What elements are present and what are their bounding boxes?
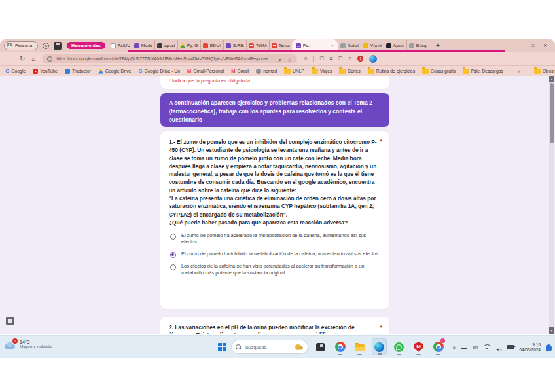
file-explorer-app[interactable] [352, 338, 367, 355]
bookmark-youtube[interactable]: YouTube [33, 69, 58, 74]
address-bar[interactable]: https://docs.google.com/forms/d/e/1FAIpQ… [42, 54, 297, 63]
tab-sreaki[interactable]: S.REAKI [223, 40, 246, 51]
bookmark-nomad[interactable]: nomad [256, 69, 277, 74]
drive-favicon [180, 43, 185, 48]
chrome-profile-app[interactable] [431, 338, 446, 355]
tray-overflow-chevron[interactable] [452, 345, 456, 349]
extension-icon[interactable] [304, 56, 307, 62]
start-button-icon[interactable] [218, 343, 226, 351]
bookmark-folder-unlp[interactable]: UNLP [284, 68, 304, 74]
notification-badge[interactable] [357, 56, 363, 62]
bookmark-gmail[interactable]: Gmail [231, 69, 249, 74]
share-icon[interactable] [278, 53, 282, 65]
bookmark-google[interactable]: Google [5, 69, 26, 74]
black-app-favicon [386, 43, 391, 48]
bookmark-gmail-personal[interactable]: Gmail-Personal [187, 69, 224, 74]
split-screen-icon[interactable] [320, 56, 323, 62]
radio-unchecked-icon[interactable] [170, 234, 176, 240]
folder-icon [312, 69, 318, 74]
weather-condition: Mayorm. nublado [20, 344, 52, 349]
notebook-icon[interactable] [54, 42, 62, 50]
tab-tema3[interactable]: Tema 3 [269, 40, 292, 51]
bookmarks-overflow-chevron[interactable] [518, 68, 520, 75]
pdf-favicon [272, 43, 277, 48]
bookmarks-bar: Google YouTube Traductor Google Drive Go… [0, 65, 555, 76]
tab-drive[interactable]: Py. G [177, 40, 200, 51]
section-banner-text: A continuación aparecen ejercicios y pro… [169, 99, 381, 124]
tab-apuntes[interactable]: Apuntes [384, 40, 406, 51]
radio-option-3[interactable]: Los efectos de la cafeína se han visto p… [169, 263, 381, 276]
floating-widget[interactable] [6, 317, 14, 325]
taskbar-center: Búsqueda [218, 338, 446, 355]
weather-widget[interactable]: 1 14°C Mayorm. nublado [5, 339, 52, 349]
bookmark-folder-rutina[interactable]: Rutina de ejercicios [368, 68, 415, 74]
gmail-icon [231, 69, 235, 74]
tab-psiuuc[interactable]: PsiUUC [109, 40, 132, 51]
bookmark-folder-cosas[interactable]: Cosas gratis [422, 68, 456, 74]
bookmark-folder-descargas[interactable]: Psic. Descargas [463, 68, 503, 74]
new-tab-button[interactable] [433, 42, 442, 49]
youtube-icon [33, 69, 38, 74]
file-explorer-icon [355, 344, 365, 351]
swirl-icon[interactable] [43, 43, 49, 49]
browser-profile-chip[interactable]: Persona [4, 41, 38, 50]
tab-viadoc[interactable]: Vía doc [361, 40, 384, 51]
collections-icon[interactable] [329, 56, 332, 62]
tab-busqc[interactable]: Búsq. C [406, 40, 429, 51]
search-icon [236, 344, 242, 350]
camera-icon[interactable] [507, 345, 514, 349]
cloud-icon: 1 [5, 341, 16, 349]
radio-unchecked-icon[interactable] [170, 264, 176, 270]
tab-noticias[interactable]: Noticias [338, 40, 361, 51]
extension-icon[interactable] [348, 56, 351, 62]
task-view-button[interactable] [313, 338, 328, 355]
home-icon[interactable] [31, 56, 35, 62]
notification-bell-icon[interactable] [546, 344, 552, 351]
edge-app[interactable] [372, 338, 387, 355]
tab-group-label[interactable]: Herramientas [67, 42, 105, 49]
radio-option-1[interactable]: El zumo de pomelo ha acelerado la metabo… [169, 232, 381, 245]
extension-icon[interactable] [339, 56, 342, 62]
taskbar-search[interactable]: Búsqueda [231, 340, 308, 354]
option-label: Los efectos de la cafeína se han visto p… [181, 263, 381, 276]
radio-option-2[interactable]: El zumo de pomelo ha inhibido la metabol… [169, 251, 381, 258]
bookmark-other-favorites[interactable]: Otros favoritos [534, 68, 555, 74]
minimize-button[interactable] [517, 43, 522, 48]
option-label: El zumo de pomelo ha acelerado la metabo… [181, 232, 381, 245]
search-highlight-icon [295, 344, 301, 350]
bookmark-drive-un[interactable]: Google Drive - Un [138, 69, 180, 74]
close-button[interactable] [543, 43, 547, 49]
bookmark-folder-series[interactable]: Series [339, 68, 360, 74]
back-icon[interactable] [7, 56, 13, 62]
sliders-icon[interactable] [461, 345, 467, 350]
tab-educa[interactable]: EDUCA [200, 40, 223, 51]
tab-modelo[interactable]: Modelo [132, 40, 154, 51]
tab-tema2[interactable]: TeMA 2 [246, 40, 269, 51]
bookmark-star-icon[interactable] [287, 53, 292, 65]
vertical-scrollbar[interactable] [549, 76, 554, 334]
url-text: https://docs.google.com/forms/d/e/1FAIpQ… [56, 56, 273, 61]
clock[interactable]: 9:16 04/03/2024 [519, 342, 541, 353]
scroll-up-arrow[interactable] [549, 76, 554, 82]
scrollbar-thumb[interactable] [550, 83, 554, 143]
scroll-down-arrow[interactable] [549, 327, 554, 334]
mcafee-app[interactable] [411, 338, 426, 355]
site-info-icon[interactable] [47, 56, 52, 62]
maximize-button[interactable] [531, 43, 534, 48]
chrome-app[interactable] [332, 338, 348, 355]
search-placeholder: Búsqueda [245, 344, 291, 350]
tray-text[interactable]: lwl [473, 345, 478, 349]
whatsapp-app[interactable] [391, 338, 406, 355]
browser-profile-avatar[interactable] [369, 55, 377, 63]
volume-muted-icon[interactable] [495, 342, 502, 353]
bookmark-traductor[interactable]: Traductor [65, 69, 91, 74]
tab-apostin[interactable]: apostin [154, 40, 177, 51]
reload-icon[interactable] [20, 56, 25, 62]
wifi-icon[interactable] [483, 344, 490, 350]
yellow-app-favicon [363, 43, 368, 48]
bookmark-drive[interactable]: Google Drive [98, 69, 132, 74]
bookmark-folder-viajes[interactable]: Viajes [312, 68, 332, 74]
radio-checked-icon[interactable] [170, 252, 176, 258]
tab-close-icon[interactable] [331, 43, 334, 48]
weather-temp: 14°C [20, 340, 52, 344]
